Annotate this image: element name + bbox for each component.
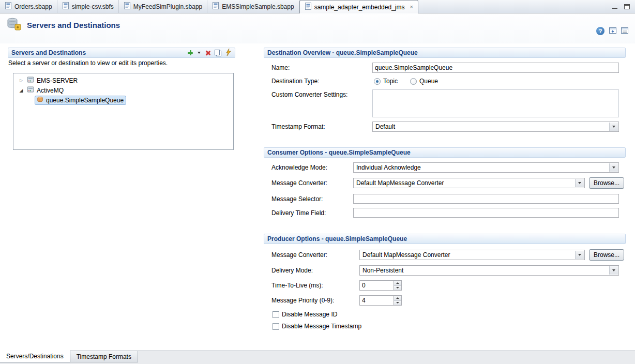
producer-options-header: Producer Options - queue.SimpleSampleQue… [264,234,626,244]
servers-section-header: Servers and Destinations [8,48,235,58]
message-selector-label: Message Selector: [271,194,323,204]
instruction-text: Select a server or destination to view o… [8,59,168,67]
producer-message-converter-value: Default MapMessage Converter [362,251,450,259]
browse-button-label: Browse... [594,251,619,259]
tab-sample-adapter-embedded-jms[interactable]: sample_adapter_embedded_jms × [299,0,418,13]
message-priority-stepper [359,295,402,306]
minimize-icon[interactable] [612,3,617,10]
producer-options-section: Producer Options - queue.SimpleSampleQue… [264,234,626,337]
tab-label: Orders.sbapp [14,3,52,10]
acknowledge-mode-value: Individual Acknowledge [356,164,421,171]
tree-item-queue-simplesamplequeue[interactable]: queue.SimpleSampleQueue [13,95,233,105]
acknowledge-mode-label: Acknowledge Mode: [271,162,327,173]
tab-emssimplesample-sbapp[interactable]: EMSSimpleSample.sbapp [207,0,299,13]
bottom-tab-label: Timestamp Formats [77,353,131,360]
producer-options-title: Producer Options - queue.SimpleSampleQue… [267,235,407,242]
disable-message-timestamp-row: Disable Message Timestamp [273,322,361,330]
name-input[interactable] [372,63,619,73]
server-icon [26,75,35,85]
chevron-down-icon[interactable] [609,163,618,172]
name-label: Name: [271,63,290,73]
tree-item-label: ActiveMQ [37,87,64,94]
producer-message-converter-select[interactable]: Default MapMessage Converter [359,250,585,260]
tab-label: MyFeedSimPlugin.sbapp [133,3,202,10]
consumer-message-converter-select[interactable]: Default MapMessage Converter [353,178,585,188]
chevron-down-icon[interactable] [609,266,618,275]
spin-up-icon[interactable] [394,281,401,285]
maximize-icon[interactable] [624,4,630,9]
servers-tree: ▷ EMS-SERVER ◢ ActiveMQ queue.SimpleSamp… [13,73,234,150]
time-to-live-label: Time-To-Live (ms): [271,280,323,291]
time-to-live-stepper [359,280,402,291]
timestamp-format-value: Default [375,123,395,130]
destination-type-label: Destination Type: [271,76,320,86]
chevron-down-icon[interactable] [575,251,584,259]
tab-myfeedsimplugin-sbapp[interactable]: MyFeedSimPlugin.sbapp [119,0,207,13]
tree-item-label: queue.SimpleSampleQueue [46,97,124,104]
custom-converter-settings-input[interactable] [372,89,619,117]
tree-collapse-icon[interactable]: ▷ [18,78,24,83]
tab-timestamp-formats[interactable]: Timestamp Formats [70,351,138,362]
disable-message-timestamp-checkbox[interactable] [273,323,279,330]
queue-radio-label: Queue [419,78,438,85]
tab-servers-destinations[interactable]: Servers/Destinations [0,351,70,362]
tab-orders-sbapp[interactable]: Orders.sbapp [0,0,57,13]
tab-label: simple-csv.sbfs [72,3,114,10]
queue-radio[interactable] [410,78,417,85]
lightning-icon[interactable] [225,49,232,57]
destination-type-radios: Topic Queue [374,76,438,86]
delete-icon[interactable] [205,50,210,56]
queue-icon [36,96,44,105]
file-icon [212,2,219,11]
tree-item-label: EMS-SERVER [37,77,78,84]
timestamp-format-label: Timestamp Format: [271,122,325,132]
spin-up-icon[interactable] [394,296,401,300]
delivery-mode-value: Non-Persistent [362,267,403,274]
help-icon[interactable]: ? [596,27,604,35]
consumer-message-converter-label: Message Converter: [271,178,327,188]
producer-browse-button[interactable]: Browse... [589,249,624,261]
tree-selection[interactable]: queue.SimpleSampleQueue [35,96,126,105]
file-icon [124,2,131,11]
time-to-live-input[interactable] [359,280,394,291]
servers-toolbar [187,49,232,57]
tree-item-ems-server[interactable]: ▷ EMS-SERVER [13,75,233,85]
file-icon [305,3,312,11]
file-icon [62,2,69,11]
acknowledge-mode-select[interactable]: Individual Acknowledge [353,162,619,173]
spin-down-icon[interactable] [394,300,401,306]
custom-converter-settings-label: Custom Converter Settings: [271,89,347,100]
server-icon [26,85,35,95]
topic-radio[interactable] [374,78,381,85]
disable-message-id-checkbox[interactable] [273,311,279,318]
destination-overview-section: Destination Overview - queue.SimpleSampl… [264,48,626,140]
tab-simple-csv-sbfs[interactable]: simple-csv.sbfs [57,0,119,13]
delivery-mode-select[interactable]: Non-Persistent [359,265,619,276]
destination-overview-title: Destination Overview - queue.SimpleSampl… [267,49,418,56]
spin-down-icon[interactable] [394,285,401,291]
destination-overview-header: Destination Overview - queue.SimpleSampl… [264,48,626,58]
disable-message-id-row: Disable Message ID [273,310,337,318]
close-icon[interactable]: × [410,4,413,10]
bottom-tab-label: Servers/Destinations [6,353,64,360]
bottom-tab-bar: Servers/Destinations Timestamp Formats [0,351,635,364]
message-priority-label: Message Priority (0-9): [271,295,334,306]
add-menu-arrow-icon[interactable] [198,52,201,54]
copy-icon[interactable] [215,50,221,56]
panel-layout-icon[interactable] [621,27,628,35]
tree-expand-icon[interactable]: ◢ [18,88,24,93]
chevron-down-icon[interactable] [609,123,618,131]
timestamp-format-select[interactable]: Default [372,122,619,132]
file-icon [5,2,12,11]
message-selector-input[interactable] [353,194,619,204]
add-icon[interactable] [187,50,193,56]
add-panel-icon[interactable] [609,27,616,35]
consumer-browse-button[interactable]: Browse... [589,177,624,189]
chevron-down-icon[interactable] [575,179,584,187]
message-priority-input[interactable] [359,295,394,306]
topic-radio-label: Topic [383,78,398,85]
delivery-time-field-input[interactable] [353,208,619,218]
tree-item-activemq[interactable]: ◢ ActiveMQ [13,85,233,95]
producer-message-converter-label: Message Converter: [271,250,327,260]
disable-message-timestamp-label: Disable Message Timestamp [282,323,361,330]
